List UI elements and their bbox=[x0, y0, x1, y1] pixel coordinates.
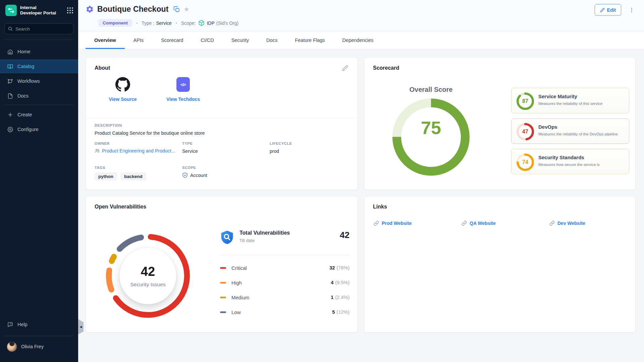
page-header: Boutique Checkout ★ Component Type : Ser… bbox=[78, 0, 644, 32]
sidebar-actions: Create Configure bbox=[0, 107, 78, 137]
link-dev-website[interactable]: Dev Website bbox=[549, 221, 637, 226]
component-gear-icon bbox=[86, 5, 94, 13]
tab-dependencies[interactable]: Dependencies bbox=[334, 32, 382, 49]
score-item-name: DevOps bbox=[538, 124, 557, 130]
app-title: Internal Developer Portal bbox=[20, 5, 67, 16]
type-meta-label: TYPE bbox=[182, 141, 270, 145]
docs-file-icon bbox=[7, 93, 13, 99]
tags-label: TAGS bbox=[95, 166, 182, 170]
entity-kind-badge: Component bbox=[98, 19, 132, 27]
overall-score-value: 75 bbox=[392, 117, 470, 138]
sidebar-help: Help bbox=[0, 317, 78, 332]
link-icon bbox=[374, 221, 379, 226]
vulnerabilities-legend: Critical 32 (76%) High 4 (9.5%) Me bbox=[220, 260, 350, 319]
vulnerabilities-divider bbox=[220, 255, 350, 255]
edit-button[interactable]: Edit bbox=[595, 4, 621, 16]
view-source-link[interactable]: View Source bbox=[99, 77, 146, 102]
total-vulnerabilities-value: 42 bbox=[340, 230, 350, 240]
score-item-description: Measures how secure the service is bbox=[538, 163, 600, 167]
legend-label: Critical bbox=[231, 265, 329, 271]
sidebar-item-home[interactable]: Home bbox=[0, 44, 78, 59]
search-input[interactable] bbox=[4, 23, 73, 34]
sidebar-item-label: Configure bbox=[17, 127, 39, 132]
copy-icon[interactable] bbox=[173, 6, 180, 12]
legend-pct: (76%) bbox=[336, 265, 350, 270]
legend-row-high: High 4 (9.5%) bbox=[220, 275, 350, 290]
legend-pct: (2.4%) bbox=[335, 295, 350, 300]
link-icon bbox=[462, 221, 467, 226]
sidebar-item-create[interactable]: Create bbox=[0, 107, 78, 122]
scorecard-title: Scorecard bbox=[373, 65, 399, 71]
sidebar-item-workflows[interactable]: Workflows bbox=[0, 74, 78, 88]
legend-count: 32 bbox=[329, 265, 335, 270]
user-menu[interactable]: Olivia Frey bbox=[0, 338, 78, 355]
tab-apis[interactable]: APIs bbox=[125, 32, 153, 49]
vulnerabilities-card: Open Vulnerabilities 42 Security Issues bbox=[86, 196, 358, 333]
type-value: Service bbox=[156, 20, 172, 26]
sidebar-item-label: Docs bbox=[17, 93, 29, 99]
view-techdocs-link[interactable]: </> View Techdocs bbox=[160, 77, 207, 102]
score-mini-value: 47 bbox=[517, 123, 534, 140]
lifecycle-label: LIFECYCLE bbox=[270, 141, 357, 145]
owner-link[interactable]: Product Engineering and Product... bbox=[95, 148, 182, 154]
legend-row-medium: Medium 1 (2.4%) bbox=[220, 290, 350, 305]
link-prod-website[interactable]: Prod Website bbox=[374, 221, 462, 226]
plus-icon bbox=[7, 112, 13, 118]
sidebar-item-catalog[interactable]: Catalog bbox=[0, 59, 78, 73]
search-icon bbox=[8, 26, 13, 31]
sidebar: Internal Developer Portal Home bbox=[0, 0, 78, 362]
description-value: Product Catalog Service for the boutique… bbox=[95, 130, 205, 136]
legend-row-low: Low 5 (12%) bbox=[220, 305, 350, 319]
scorecard-card: Scorecard Overall Score 75 87 Service Ma… bbox=[364, 57, 636, 190]
sidebar-item-docs[interactable]: Docs bbox=[0, 88, 78, 103]
tab-cicd[interactable]: CI/CD bbox=[192, 32, 222, 49]
tab-security[interactable]: Security bbox=[223, 32, 258, 49]
score-item-description: Measures the reliability of the DevOps p… bbox=[538, 132, 618, 136]
tag-chip[interactable]: backend bbox=[120, 172, 146, 181]
tag-chip[interactable]: python bbox=[95, 172, 117, 181]
legend-count: 1 bbox=[331, 295, 333, 300]
score-item-devops[interactable]: 47 DevOps Measures the reliability of th… bbox=[511, 118, 629, 144]
legend-label: Medium bbox=[231, 295, 331, 300]
score-item-security-standards[interactable]: 74 Security Standards Measures how secur… bbox=[511, 149, 629, 174]
help-button[interactable]: Help bbox=[0, 317, 78, 332]
link-icon bbox=[549, 221, 555, 226]
account-scope-icon bbox=[182, 172, 188, 178]
avatar bbox=[7, 342, 17, 352]
gear-icon bbox=[7, 127, 13, 132]
user-name: Olivia Frey bbox=[21, 344, 44, 349]
legend-row-critical: Critical 32 (76%) bbox=[220, 260, 350, 275]
security-issues-label: Security Issues bbox=[130, 282, 165, 288]
total-vulnerabilities-title: Total Vulnerabilities bbox=[239, 230, 340, 236]
tab-docs[interactable]: Docs bbox=[258, 32, 286, 49]
github-icon bbox=[115, 77, 130, 92]
overview-content: About View Source </> V bbox=[78, 49, 644, 362]
link-qa-website[interactable]: QA Website bbox=[462, 221, 549, 226]
sidebar-divider bbox=[4, 336, 73, 336]
edit-label: Edit bbox=[607, 7, 616, 13]
chevron-left-icon: ◀ bbox=[80, 325, 82, 328]
score-mini-value: 87 bbox=[517, 93, 534, 110]
tab-bar: Overview APIs Scorecard CI/CD Security D… bbox=[78, 32, 644, 49]
legend-color-dash bbox=[220, 282, 226, 284]
legend-pct: (12%) bbox=[336, 309, 350, 315]
link-label: Dev Website bbox=[557, 221, 585, 226]
tab-overview[interactable]: Overview bbox=[86, 32, 125, 49]
edit-about-pencil-icon[interactable] bbox=[342, 65, 348, 71]
score-item-service-maturity[interactable]: 87 Service Maturity Measures the reliabi… bbox=[511, 88, 629, 113]
legend-color-dash bbox=[220, 297, 226, 298]
view-source-label: View Source bbox=[109, 97, 137, 102]
overall-score-label: Overall Score bbox=[392, 86, 470, 94]
app-logo[interactable] bbox=[5, 5, 17, 16]
more-options-kebab-icon[interactable] bbox=[629, 7, 635, 13]
app-switcher-icon[interactable] bbox=[67, 7, 73, 14]
tab-feature-flags[interactable]: Feature Flags bbox=[286, 32, 333, 49]
total-vulnerabilities-sub: Till date bbox=[239, 238, 340, 243]
sidebar-item-configure[interactable]: Configure bbox=[0, 122, 78, 137]
view-techdocs-label: View Techdocs bbox=[166, 97, 200, 102]
legend-label: High bbox=[231, 280, 331, 286]
favorite-star-icon[interactable]: ★ bbox=[184, 6, 190, 12]
pipeline-logo-icon bbox=[7, 7, 15, 14]
sidebar-item-label: Workflows bbox=[17, 78, 40, 84]
tab-scorecard[interactable]: Scorecard bbox=[152, 32, 192, 49]
